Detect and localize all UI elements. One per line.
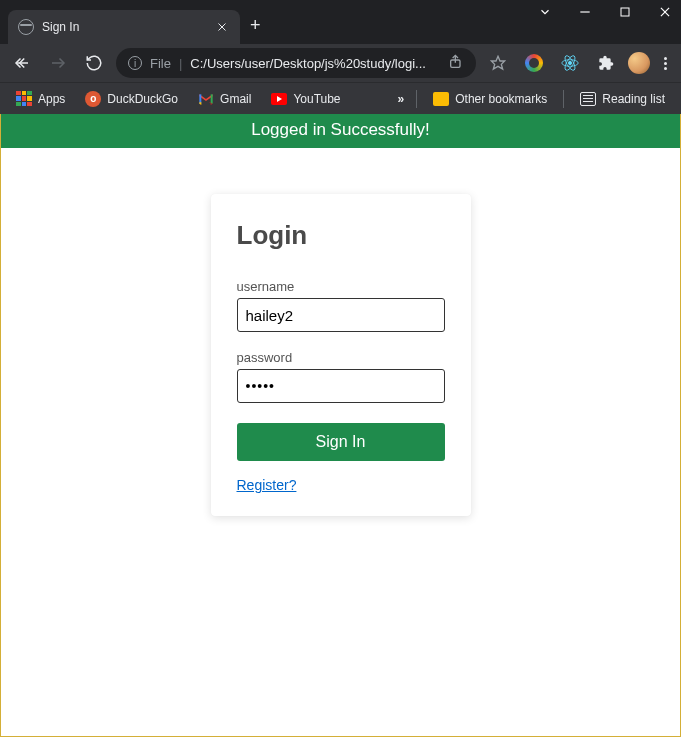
tab-title: Sign In bbox=[42, 20, 206, 34]
address-scheme: File bbox=[150, 56, 171, 71]
signin-button[interactable]: Sign In bbox=[237, 423, 445, 461]
new-tab-button[interactable]: + bbox=[250, 15, 261, 36]
youtube-icon bbox=[271, 93, 287, 105]
bookmark-apps[interactable]: Apps bbox=[8, 87, 73, 111]
bookmarks-bar: Apps o DuckDuckGo Gmail YouTube » Other … bbox=[0, 82, 681, 114]
svg-marker-10 bbox=[491, 56, 504, 69]
username-input[interactable] bbox=[237, 298, 445, 332]
bookmarks-separator bbox=[416, 90, 417, 108]
bookmark-label: DuckDuckGo bbox=[107, 92, 178, 106]
bookmark-star-icon[interactable] bbox=[484, 49, 512, 77]
banner-message: Logged in Successfully! bbox=[251, 120, 430, 139]
window-minimize-button[interactable] bbox=[577, 4, 593, 20]
bookmark-label: Gmail bbox=[220, 92, 251, 106]
reading-list[interactable]: Reading list bbox=[572, 88, 673, 110]
browser-tab[interactable]: Sign In bbox=[8, 10, 240, 44]
reading-list-icon bbox=[580, 92, 596, 106]
extension-rainbow-icon[interactable] bbox=[520, 49, 548, 77]
svg-rect-1 bbox=[621, 8, 629, 16]
browser-toolbar: i File | C:/Users/user/Desktop/js%20stud… bbox=[0, 44, 681, 82]
username-label: username bbox=[237, 279, 445, 294]
other-bookmarks[interactable]: Other bookmarks bbox=[425, 88, 555, 110]
success-banner: Logged in Successfully! bbox=[1, 114, 680, 148]
info-icon[interactable]: i bbox=[128, 56, 142, 70]
browser-menu-button[interactable] bbox=[658, 51, 673, 76]
address-bar[interactable]: i File | C:/Users/user/Desktop/js%20stud… bbox=[116, 48, 476, 78]
window-titlebar bbox=[0, 0, 681, 8]
page-content: Logged in Successfully! Login username p… bbox=[0, 114, 681, 737]
address-separator: | bbox=[179, 56, 182, 71]
bookmark-duckduckgo[interactable]: o DuckDuckGo bbox=[77, 87, 186, 111]
bookmarks-separator bbox=[563, 90, 564, 108]
svg-point-11 bbox=[568, 61, 571, 64]
password-input[interactable] bbox=[237, 369, 445, 403]
password-label: password bbox=[237, 350, 445, 365]
bookmark-label: YouTube bbox=[293, 92, 340, 106]
window-dropdown-icon[interactable] bbox=[537, 4, 553, 20]
reload-button[interactable] bbox=[80, 49, 108, 77]
apps-grid-icon bbox=[16, 91, 32, 107]
share-icon[interactable] bbox=[448, 54, 464, 73]
login-card: Login username password Sign In Register… bbox=[211, 194, 471, 516]
bookmark-gmail[interactable]: Gmail bbox=[190, 88, 259, 110]
profile-avatar[interactable] bbox=[628, 52, 650, 74]
window-maximize-button[interactable] bbox=[617, 4, 633, 20]
duckduckgo-icon: o bbox=[85, 91, 101, 107]
back-button[interactable] bbox=[8, 49, 36, 77]
extensions-icon[interactable] bbox=[592, 49, 620, 77]
forward-button[interactable] bbox=[44, 49, 72, 77]
folder-icon bbox=[433, 92, 449, 106]
bookmark-label: Apps bbox=[38, 92, 65, 106]
bookmarks-overflow-button[interactable]: » bbox=[394, 88, 409, 110]
address-url: C:/Users/user/Desktop/js%20study/logi... bbox=[190, 56, 440, 71]
bookmark-youtube[interactable]: YouTube bbox=[263, 88, 348, 110]
register-link[interactable]: Register? bbox=[237, 477, 297, 493]
window-close-button[interactable] bbox=[657, 4, 673, 20]
globe-icon bbox=[18, 19, 34, 35]
gmail-icon bbox=[198, 93, 214, 105]
login-title: Login bbox=[237, 220, 445, 251]
tab-close-button[interactable] bbox=[214, 19, 230, 35]
bookmark-label: Reading list bbox=[602, 92, 665, 106]
bookmark-label: Other bookmarks bbox=[455, 92, 547, 106]
react-devtools-icon[interactable] bbox=[556, 49, 584, 77]
